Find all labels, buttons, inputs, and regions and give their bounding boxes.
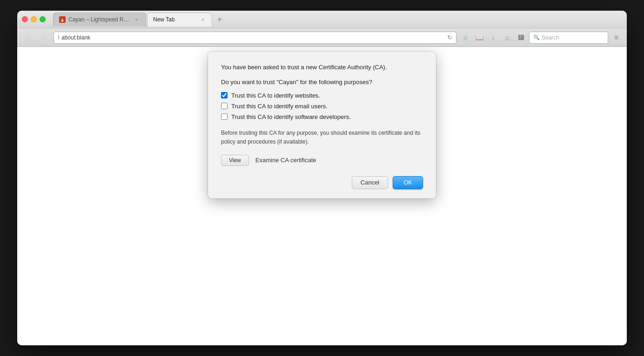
nav-bar: ‹ › ℹ about:blank ↻ ☆ 📖 ↓ ⌂ 🅿 bbox=[17, 28, 627, 47]
download-button[interactable]: ↓ bbox=[487, 32, 499, 44]
url-text: about:blank bbox=[61, 34, 445, 41]
search-placeholder: Search bbox=[542, 34, 604, 41]
address-bar[interactable]: ℹ about:blank ↻ bbox=[54, 32, 456, 44]
bookmark-button[interactable]: ☆ bbox=[459, 32, 471, 44]
close-window-button[interactable] bbox=[22, 16, 28, 22]
dialog-view-row: View Examine CA certificate bbox=[221, 155, 423, 166]
dialog-info-text: Before trusting this CA for any purpose,… bbox=[221, 129, 423, 146]
maximize-window-button[interactable] bbox=[40, 16, 46, 22]
bookmark-icon: ☆ bbox=[463, 34, 469, 41]
home-button[interactable]: ⌂ bbox=[501, 32, 513, 44]
trust-email-checkbox[interactable] bbox=[221, 103, 228, 109]
view-certificate-button[interactable]: View bbox=[221, 155, 249, 166]
trust-email-label: Trust this CA to identify email users. bbox=[231, 103, 328, 110]
pocket-button[interactable]: 🅿 bbox=[515, 32, 527, 44]
tab-cayan-close-button[interactable]: × bbox=[134, 16, 140, 23]
back-button[interactable]: ‹ bbox=[22, 31, 35, 44]
forward-button[interactable]: › bbox=[38, 31, 51, 44]
modal-overlay: You have been asked to trust a new Certi… bbox=[17, 47, 627, 345]
pocket-icon: 🅿 bbox=[518, 34, 524, 41]
tabs-area: 🔥 Cayan – Lightspeed Retail × New Tab × … bbox=[49, 13, 622, 26]
tab-newtab[interactable]: New Tab × bbox=[147, 13, 212, 26]
dialog-buttons: Cancel OK bbox=[221, 176, 423, 189]
ok-button[interactable]: OK bbox=[393, 176, 423, 189]
browser-content: You have been asked to trust a new Certi… bbox=[17, 47, 627, 345]
cayan-favicon-icon: 🔥 bbox=[59, 16, 66, 23]
back-icon: ‹ bbox=[27, 34, 30, 41]
trust-websites-checkbox[interactable] bbox=[221, 92, 228, 99]
checkbox-row-email: Trust this CA to identify email users. bbox=[221, 103, 423, 110]
menu-button[interactable]: ≡ bbox=[610, 32, 622, 44]
search-box[interactable]: 🔍 Search bbox=[529, 32, 608, 44]
info-icon: ℹ bbox=[58, 34, 60, 40]
tab-newtab-title: New Tab bbox=[153, 16, 197, 23]
certificate-trust-dialog: You have been asked to trust a new Certi… bbox=[208, 52, 436, 198]
nav-actions: ☆ 📖 ↓ ⌂ 🅿 🔍 Search ≡ bbox=[459, 32, 622, 44]
reload-button[interactable]: ↻ bbox=[447, 34, 452, 41]
tab-newtab-close-button[interactable]: × bbox=[200, 16, 206, 23]
checkbox-row-websites: Trust this CA to identify websites. bbox=[221, 92, 423, 99]
checkbox-group: Trust this CA to identify websites. Trus… bbox=[221, 92, 423, 120]
title-bar: 🔥 Cayan – Lightspeed Retail × New Tab × … bbox=[17, 11, 627, 28]
trust-software-label: Trust this CA to identify software devel… bbox=[231, 113, 351, 120]
dialog-question: Do you want to trust "Cayan" for the fol… bbox=[221, 79, 423, 86]
examine-ca-label: Examine CA certificate bbox=[255, 157, 316, 164]
trust-software-checkbox[interactable] bbox=[221, 113, 228, 120]
traffic-lights bbox=[22, 16, 46, 22]
checkbox-row-software: Trust this CA to identify software devel… bbox=[221, 113, 423, 120]
reading-list-icon: 📖 bbox=[476, 34, 483, 41]
dialog-title: You have been asked to trust a new Certi… bbox=[221, 63, 423, 72]
trust-websites-label: Trust this CA to identify websites. bbox=[231, 92, 320, 99]
download-icon: ↓ bbox=[492, 34, 495, 41]
new-tab-button[interactable]: + bbox=[213, 13, 226, 26]
search-icon: 🔍 bbox=[533, 34, 540, 40]
minimize-window-button[interactable] bbox=[31, 16, 37, 22]
cancel-button[interactable]: Cancel bbox=[352, 176, 388, 189]
browser-window: 🔥 Cayan – Lightspeed Retail × New Tab × … bbox=[17, 11, 627, 345]
home-icon: ⌂ bbox=[505, 34, 509, 41]
menu-icon: ≡ bbox=[614, 33, 618, 42]
tab-cayan-title: Cayan – Lightspeed Retail bbox=[68, 16, 131, 23]
tab-cayan[interactable]: 🔥 Cayan – Lightspeed Retail × bbox=[53, 13, 146, 26]
reading-list-button[interactable]: 📖 bbox=[473, 32, 485, 44]
forward-icon: › bbox=[43, 34, 46, 41]
